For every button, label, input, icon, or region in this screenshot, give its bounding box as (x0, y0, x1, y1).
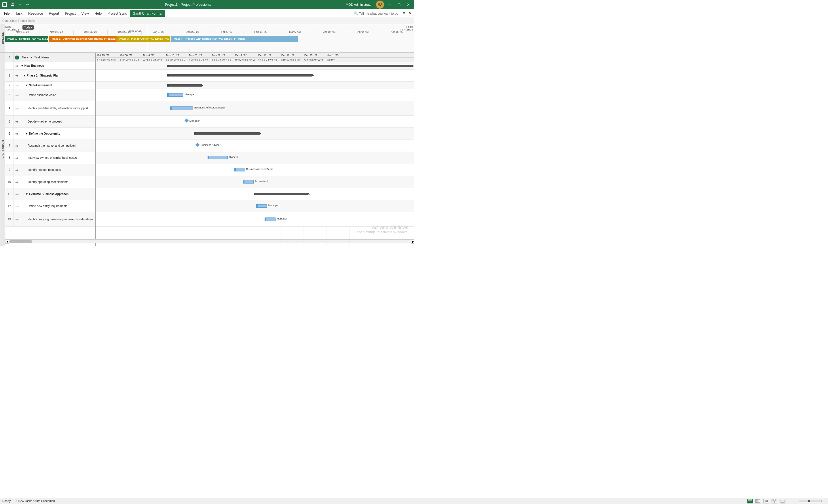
undo-button[interactable]: ↩ (17, 1, 23, 8)
gantt-label-13: Manager (277, 217, 287, 220)
cell-name-9: Identify needed resources (20, 167, 95, 173)
gantt-summary-bar-11 (254, 193, 308, 195)
cell-mode-3: ⇒ (14, 89, 20, 101)
menu-report[interactable]: Report (46, 10, 62, 17)
table-row[interactable]: ⇒ ▼ New Business (5, 62, 95, 70)
table-row[interactable]: 3 ⇒ Define business vision (5, 89, 95, 101)
gh-days-5: T W T F S S M T W T (188, 57, 211, 62)
cell-id-12: 12 (5, 200, 14, 212)
phase-bar-1[interactable]: Phase 1 - Strategic Plan Tue 11/8/22 – T… (5, 36, 48, 42)
table-row[interactable]: 8 ⇒ Interview owners of similar business… (5, 152, 95, 164)
menu-project-sync[interactable]: Project Sync (105, 10, 130, 17)
gantt-summary-endright-1 (313, 74, 314, 76)
date-label-9: Mar 5, '23 (278, 31, 312, 35)
gantt-summary-endright-6 (260, 132, 262, 134)
mode-icon-13: ⇒ (15, 217, 19, 222)
cell-name-5: Decide whether to proceed (20, 119, 95, 124)
cell-name-10: Identify operating cost elements (20, 179, 95, 185)
user-avatar[interactable]: MA (376, 1, 384, 9)
mode-icon-7: ⇒ (15, 144, 19, 148)
date-label-3: Dec 11, '22 (73, 31, 108, 35)
phase-bar-4-dates: Wed 2/15/23 – Fri 4/28/23 (218, 38, 246, 40)
today-button[interactable]: Today (23, 25, 34, 30)
phase-bars: Phase 1 - Strategic Plan Tue 11/8/22 – T… (5, 36, 414, 44)
cell-name-13: Identify on-going business purchase cons… (20, 217, 95, 222)
table-row[interactable]: 11 ⇒ ▼ Evaluate Business Approach (5, 188, 95, 200)
task-name-label: Task Name (34, 56, 49, 59)
gh-col-2: Oct 30, '22 (119, 53, 142, 57)
svg-text:P: P (3, 3, 5, 6)
table-row[interactable]: 13 ⇒ Identify on-going business purchase… (5, 212, 95, 227)
gantt-summary-endleft-2 (167, 84, 169, 86)
gantt-bar-8[interactable] (208, 156, 228, 159)
gh-days-11: S S M T (326, 57, 349, 62)
gantt-bar-4[interactable] (170, 106, 193, 110)
gh-days-3: W T F S S M T W T F (142, 57, 165, 62)
main-area: GANTT CHART 0 i Task ▾ Task Name ⇒ ▼ New… (0, 53, 414, 246)
gantt-row-13: Manager (96, 212, 414, 227)
date-label-1: Nov 13, '22 (5, 31, 39, 35)
table-row[interactable]: 9 ⇒ Identify needed resources (5, 164, 95, 176)
menu-gantt-format[interactable]: Gantt Chart Format (130, 10, 165, 17)
gantt-bar-3[interactable] (167, 93, 183, 97)
gh-col-11: Jan 1, '23 (326, 53, 349, 57)
menu-project[interactable]: Project (62, 10, 78, 17)
table-row[interactable]: 12 ⇒ Define new entity requirements (5, 200, 95, 212)
phase-bar-3[interactable]: Phase 3 - Plan for Action Tue 1/17/23 – … (117, 36, 170, 42)
scroll-thumb[interactable] (9, 240, 32, 243)
restore-button[interactable]: ⧉ (401, 11, 407, 15)
cell-name-0: ▼ New Business (20, 63, 95, 68)
phase-bar-2[interactable]: Phase 2 - Define the Business Opportunit… (49, 36, 117, 42)
gh-days-1: T F S S M T W T F S (96, 57, 119, 62)
menu-resource[interactable]: Resource (25, 10, 46, 17)
search-bar[interactable]: 🔍 Tell me what you want to do (352, 11, 400, 16)
cell-name-12: Define new entity requirements (20, 203, 95, 209)
minimize-button[interactable]: ─ (386, 1, 393, 8)
ribbon: Gantt Chart Format Tools (0, 18, 414, 24)
table-row[interactable]: 6 ⇒ ▼ Define the Opportunity (5, 128, 95, 140)
table-row[interactable]: 1 ⇒ ▼ Phase 1 - Strategic Plan (5, 70, 95, 82)
phase-bar-3-dates: Tue 1/17/23 – Tue 2/14/23 (151, 38, 170, 40)
gantt-milestone-5[interactable] (184, 119, 189, 123)
gh-days-7: M T W T F S S M T W (234, 57, 257, 62)
table-row[interactable]: 5 ⇒ Decide whether to proceed (5, 116, 95, 128)
gh-days-9: S M T W T F S S M T (280, 57, 303, 62)
maximize-button[interactable]: □ (396, 1, 403, 8)
cell-id-7: 7 (5, 140, 14, 151)
gh-col-1: Oct 23, '22 (96, 53, 119, 57)
horizontal-scrollbar[interactable]: ◀ ▶ ▲ (5, 239, 414, 243)
task-table: 0 i Task ▾ Task Name ⇒ ▼ New Business 1 … (5, 53, 96, 246)
cell-id-4: 4 (5, 101, 14, 116)
gh-days-6: F S S M T W T F S S (211, 57, 234, 62)
mode-icon-5: ⇒ (15, 120, 19, 124)
date-label-5: Jan 8, '23 (141, 31, 175, 35)
gantt-body: Manager Business Advisor,Manager Manager (96, 62, 414, 246)
gh-col-7: Dec 4, '22 (234, 53, 257, 57)
phase-bar-4[interactable]: Phase 4 - Proceed With Startup Plan Wed … (171, 36, 298, 42)
menu-file[interactable]: File (1, 10, 12, 17)
scroll-right-button[interactable]: ▶ (411, 240, 414, 244)
redo-button[interactable]: ↪ (24, 1, 31, 8)
mode-dropdown-arrow[interactable]: ▾ (31, 56, 32, 59)
gantt-summary-bar-6 (194, 132, 260, 135)
header-mode: i (14, 53, 20, 62)
gantt-row-7: Business Advisor (96, 140, 414, 152)
scroll-left-button[interactable]: ◀ (5, 240, 9, 244)
menu-view[interactable]: View (79, 10, 92, 17)
table-row[interactable]: 7 ⇒ Research the market and competition (5, 140, 95, 152)
table-row[interactable]: 2 ⇒ ▼ Self-Assessment (5, 82, 95, 89)
menu-help[interactable]: Help (92, 10, 105, 17)
table-row[interactable]: 4 ⇒ Identify available skills, informati… (5, 101, 95, 116)
save-button[interactable]: 💾 (9, 1, 15, 8)
gantt-bar-4-start (170, 106, 172, 110)
cell-name-8: Interview owners of similar businesses (20, 155, 95, 161)
menu-task[interactable]: Task (12, 10, 25, 17)
close-doc-button[interactable]: ✕ (407, 11, 413, 15)
table-row[interactable]: 10 ⇒ Identify operating cost elements (5, 176, 95, 188)
mode-icon-4: ⇒ (15, 106, 19, 111)
gantt-label-3: Manager (184, 93, 195, 96)
gantt-milestone-7[interactable] (196, 143, 200, 147)
watermark-line2: Go to Settings to activate Windows. (354, 230, 408, 234)
close-button[interactable]: ✕ (405, 1, 412, 8)
search-placeholder: Tell me what you want to do (359, 12, 398, 15)
